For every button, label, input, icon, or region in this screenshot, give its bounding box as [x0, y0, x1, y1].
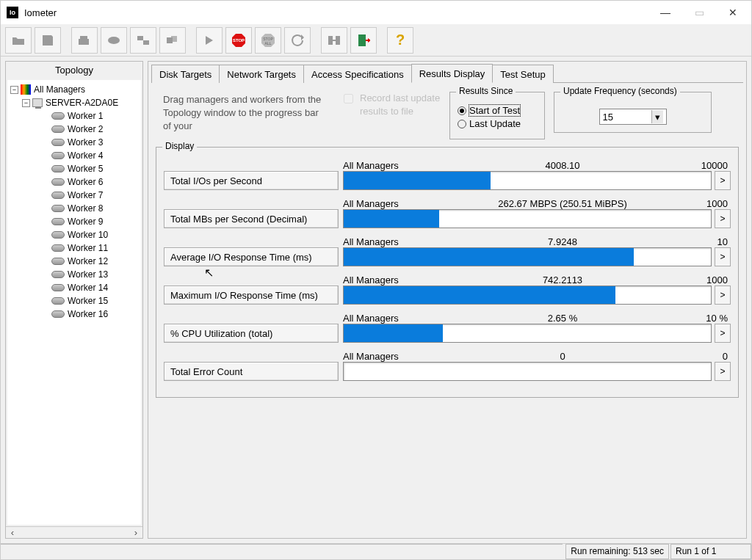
update-frequency-select[interactable]: 15 ▾	[599, 109, 667, 125]
metric-source: All Managers	[343, 236, 453, 247]
tree-worker[interactable]: Worker 7	[9, 189, 140, 202]
tab-disk-targets[interactable]: Disk Targets	[151, 65, 220, 83]
new-disk-worker-icon[interactable]	[101, 27, 127, 54]
tree-worker[interactable]: Worker 2	[9, 123, 140, 136]
metric-row: Maximum I/O Response Time (ms)All Manage…	[164, 272, 731, 305]
horizontal-scrollbar[interactable]: ‹ ›	[6, 526, 142, 538]
collapse-icon[interactable]: −	[10, 86, 18, 94]
svg-rect-3	[137, 36, 143, 40]
progress-fill	[344, 210, 439, 228]
tree-worker-label: Worker 16	[68, 309, 108, 319]
tab-test-setup[interactable]: Test Setup	[492, 65, 553, 83]
metric-value: 2.65 %	[453, 313, 672, 324]
expand-button[interactable]: >	[715, 286, 731, 305]
close-button[interactable]: ✕	[716, 1, 750, 24]
radio-start-of-test[interactable]: Start of Test	[458, 105, 537, 116]
tree-server[interactable]: − SERVER-A2DA0E	[9, 96, 140, 109]
chevron-down-icon[interactable]: ▾	[651, 110, 663, 123]
app-icon: Io	[7, 7, 18, 18]
progress-bar[interactable]	[343, 171, 712, 190]
radio-last-update[interactable]: Last Update	[458, 118, 537, 129]
metric-label-button[interactable]: % CPU Utilization (total)	[164, 324, 339, 343]
tree-worker[interactable]: Worker 6	[9, 175, 140, 189]
tree-worker-label: Worker 12	[68, 256, 108, 266]
disk-icon	[51, 126, 65, 133]
update-frequency-group: Update Frequency (seconds) 15 ▾	[554, 92, 712, 133]
progress-fill	[344, 324, 443, 342]
metric-source: All Managers	[343, 313, 453, 324]
scroll-left-icon[interactable]: ‹	[7, 528, 18, 538]
tree-worker[interactable]: Worker 8	[9, 202, 140, 215]
tree-worker-label: Worker 15	[68, 296, 108, 306]
tree-root-label: All Managers	[34, 84, 85, 95]
tree-worker[interactable]: Worker 15	[9, 294, 140, 308]
record-results-label: Record last update results to file	[360, 92, 441, 118]
tab-results-display[interactable]: Results Display	[411, 64, 494, 83]
disk-icon	[51, 258, 65, 265]
metric-row: Total MBs per Second (Decimal)All Manage…	[164, 196, 731, 228]
expand-button[interactable]: >	[715, 247, 731, 266]
tree-worker[interactable]: Worker 10	[9, 228, 140, 241]
metric-max: 1000	[672, 198, 731, 209]
expand-button[interactable]: >	[715, 209, 731, 228]
progress-bar[interactable]	[343, 247, 712, 266]
exit-icon[interactable]	[350, 27, 377, 54]
progress-bar[interactable]	[343, 286, 712, 305]
disk-icon	[51, 165, 65, 172]
progress-bar[interactable]	[343, 209, 712, 228]
expand-button[interactable]: >	[715, 171, 731, 190]
tree-worker[interactable]: Worker 9	[9, 215, 140, 228]
disk-icon	[51, 284, 65, 291]
tree-worker[interactable]: Worker 13	[9, 268, 140, 281]
tree-worker[interactable]: Worker 1	[9, 109, 140, 123]
align-icon[interactable]	[321, 27, 347, 54]
display-group: Display Total I/Os per SecondAll Manager…	[156, 147, 739, 398]
tree-root[interactable]: − All Managers	[9, 83, 140, 96]
topology-tree[interactable]: − All Managers − SERVER-A2DA0E Worker 1W…	[7, 80, 141, 525]
metric-label-button[interactable]: Total MBs per Second (Decimal)	[164, 209, 339, 228]
scroll-right-icon[interactable]: ›	[131, 528, 141, 538]
tree-worker-label: Worker 11	[68, 243, 108, 253]
tab-network-targets[interactable]: Network Targets	[219, 65, 304, 83]
save-icon[interactable]	[35, 27, 61, 54]
statusbar: Run remaining: 513 sec Run 1 of 1	[1, 543, 751, 559]
metric-label-button[interactable]: Total I/Os per Second	[164, 171, 339, 190]
tree-worker[interactable]: Worker 16	[9, 308, 140, 321]
collapse-icon[interactable]: −	[22, 99, 30, 107]
maximize-button[interactable]: ▭	[682, 1, 716, 24]
metric-label-button[interactable]: Average I/O Response Time (ms)	[164, 247, 339, 266]
tree-worker[interactable]: Worker 11	[9, 241, 140, 255]
disk-icon	[51, 310, 65, 318]
expand-button[interactable]: >	[715, 362, 731, 381]
svg-point-2	[108, 37, 120, 44]
tab-access-specifications[interactable]: Access Specifications	[303, 65, 412, 83]
tree-server-label: SERVER-A2DA0E	[46, 98, 118, 108]
topology-title: Topology	[6, 62, 142, 79]
expand-button[interactable]: >	[715, 324, 731, 343]
metric-label-button[interactable]: Total Error Count	[164, 362, 339, 381]
progress-bar[interactable]	[343, 324, 712, 343]
reset-icon[interactable]	[284, 27, 311, 54]
metric-label-button[interactable]: Maximum I/O Response Time (ms)	[164, 286, 339, 305]
stop-all-icon[interactable]: STOPALL	[255, 27, 281, 54]
start-icon[interactable]	[196, 27, 223, 54]
copy-worker-icon[interactable]	[159, 27, 186, 54]
tree-worker-label: Worker 5	[68, 164, 103, 174]
tabs: Disk Targets Network Targets Access Spec…	[151, 62, 743, 82]
tree-worker[interactable]: Worker 4	[9, 149, 140, 162]
tree-worker[interactable]: Worker 5	[9, 162, 140, 175]
new-net-worker-icon[interactable]	[130, 27, 156, 54]
metric-max: 1000	[672, 274, 731, 286]
help-icon[interactable]: ?	[387, 27, 413, 54]
disk-icon	[51, 178, 65, 186]
minimize-button[interactable]: —	[648, 1, 682, 24]
stop-icon[interactable]: STOP	[225, 27, 252, 54]
tree-worker[interactable]: Worker 12	[9, 255, 140, 268]
open-icon[interactable]	[5, 27, 32, 54]
new-manager-icon[interactable]	[71, 27, 98, 54]
progress-bar[interactable]	[343, 362, 712, 381]
tree-worker[interactable]: Worker 14	[9, 281, 140, 294]
tree-worker[interactable]: Worker 3	[9, 136, 140, 149]
toolbar: STOP STOPALL ?	[1, 24, 751, 57]
tree-worker-label: Worker 14	[68, 283, 108, 293]
